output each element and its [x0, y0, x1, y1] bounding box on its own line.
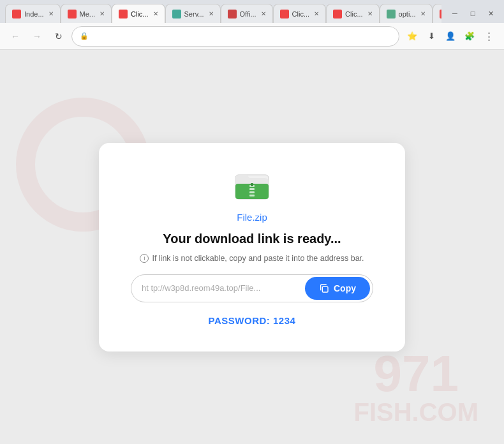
watermark-text: 971 FISH.COM: [353, 348, 478, 425]
browser-chrome: Inde... ✕ Me... ✕ Clic... ✕ Serv... ✕ Of: [0, 0, 504, 50]
tab-8[interactable]: opti... ✕: [380, 4, 433, 23]
download-button[interactable]: ⬇: [422, 27, 440, 45]
tab-2[interactable]: Me... ✕: [61, 4, 112, 23]
menu-button[interactable]: ⋮: [480, 27, 498, 45]
tab-3[interactable]: Clic... ✕: [112, 4, 165, 23]
hint-text: i If link is not clickable, copy and pas…: [131, 254, 373, 263]
toolbar-actions: ⭐ ⬇ 👤 🧩 ⋮: [403, 27, 498, 45]
svg-rect-8: [251, 183, 253, 186]
tab-close-icon[interactable]: ✕: [367, 10, 373, 17]
tab-1[interactable]: Inde... ✕: [5, 4, 61, 23]
maximize-button[interactable]: □: [464, 7, 481, 20]
download-card: File.zip Your download link is ready... …: [99, 143, 405, 352]
copy-label: Copy: [334, 283, 356, 293]
file-name: File.zip: [131, 212, 373, 223]
tab-6[interactable]: Clic... ✕: [273, 4, 327, 23]
tab-close-icon[interactable]: ✕: [100, 10, 105, 17]
tab-5[interactable]: Offi... ✕: [221, 4, 273, 23]
tab-close-icon[interactable]: ✕: [153, 10, 158, 17]
close-button[interactable]: ✕: [482, 7, 499, 20]
refresh-button[interactable]: ↻: [50, 27, 68, 45]
tab-close-icon[interactable]: ✕: [209, 10, 214, 17]
profile-button[interactable]: 👤: [441, 27, 459, 45]
page-content: 971 FISH.COM File.zip Y: [0, 50, 504, 444]
copy-button[interactable]: Copy: [305, 277, 370, 300]
file-icon-wrapper: [233, 166, 271, 207]
tab-close-icon[interactable]: ✕: [48, 10, 54, 17]
tab-label: opti...: [399, 10, 416, 18]
tab-close-icon[interactable]: ✕: [261, 10, 266, 17]
link-row: Copy: [131, 274, 373, 302]
tab-label: Me...: [80, 10, 95, 18]
info-icon: i: [140, 254, 149, 263]
tab-label: Inde...: [24, 10, 44, 18]
hint-label: If link is not clickable, copy and paste…: [152, 254, 364, 263]
tab-label: Clic...: [131, 10, 149, 18]
tab-favicon: [440, 10, 441, 18]
back-button[interactable]: ←: [6, 27, 24, 45]
zip-icon: [233, 166, 271, 204]
tab-close-icon[interactable]: ✕: [314, 10, 319, 17]
title-bar: Inde... ✕ Me... ✕ Clic... ✕ Serv... ✕ Of: [0, 0, 504, 23]
tab-favicon: [280, 10, 289, 18]
address-bar[interactable]: 🔒: [71, 26, 399, 47]
toolbar: ← → ↻ 🔒 ⭐ ⬇ 👤 🧩 ⋮: [0, 23, 504, 50]
tab-favicon: [333, 10, 342, 18]
tab-label: Clic...: [345, 10, 363, 18]
svg-rect-5: [249, 188, 255, 190]
forward-button[interactable]: →: [28, 27, 46, 45]
link-input[interactable]: [131, 283, 305, 293]
tab-label: Serv...: [184, 10, 204, 18]
tab-4[interactable]: Serv... ✕: [165, 4, 221, 23]
url-input[interactable]: [93, 32, 391, 41]
tab-label: Clic...: [292, 10, 310, 18]
svg-rect-9: [322, 286, 328, 292]
window-controls: ─ □ ✕: [447, 7, 499, 20]
tabs-row: Inde... ✕ Me... ✕ Clic... ✕ Serv... ✕ Of: [5, 4, 441, 23]
minimize-button[interactable]: ─: [447, 7, 463, 20]
ready-title: Your download link is ready...: [131, 232, 373, 246]
tab-favicon: [119, 10, 128, 18]
copy-icon: [319, 283, 329, 293]
tab-label: Offi...: [240, 10, 256, 18]
tab-favicon: [387, 10, 396, 18]
tab-favicon: [68, 10, 77, 18]
lock-icon: 🔒: [80, 32, 89, 40]
extensions-button[interactable]: 🧩: [461, 27, 478, 45]
svg-rect-7: [249, 195, 255, 196]
tab-9[interactable]: Get... ✕: [433, 4, 441, 23]
bookmark-button[interactable]: ⭐: [403, 27, 421, 45]
tab-favicon: [172, 10, 181, 18]
password-text: PASSWORD: 1234: [131, 315, 373, 326]
svg-rect-6: [249, 191, 255, 193]
tab-favicon: [12, 10, 21, 18]
tab-close-icon[interactable]: ✕: [420, 10, 426, 17]
tab-7[interactable]: Clic... ✕: [326, 4, 380, 23]
tab-favicon: [228, 10, 237, 18]
